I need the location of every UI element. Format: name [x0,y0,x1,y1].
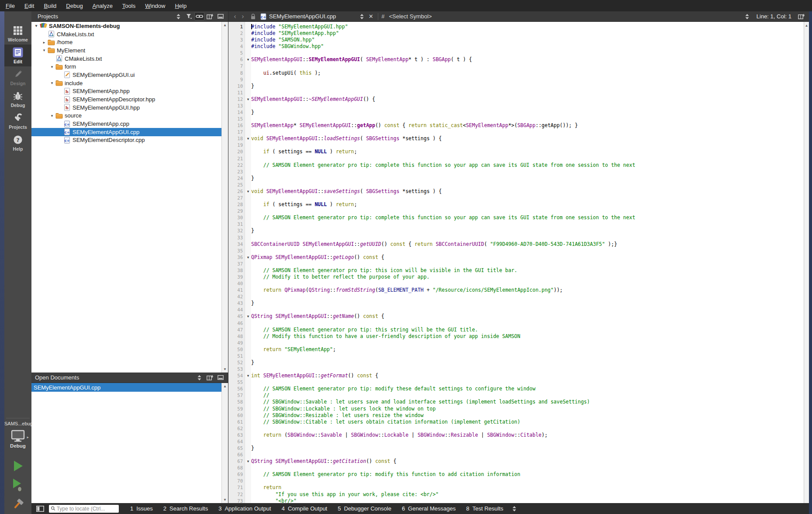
code-line-58[interactable]: 58 // SBGWindow::Savable : let users sav… [228,399,809,405]
tree-item-form[interactable]: ▾form [31,62,228,71]
tree-scrollbar[interactable]: ▲ ▼ [221,22,228,373]
build-button[interactable] [4,497,31,512]
debug-run-button[interactable] [4,478,31,492]
code-line-51[interactable]: 51 [228,353,809,359]
menu-build[interactable]: Build [39,3,61,9]
code-line-70[interactable]: 70 [228,478,809,484]
code-line-52[interactable]: 52} [228,359,809,366]
mode-welcome-button[interactable]: Welcome [4,23,31,45]
go-back-icon[interactable]: ‹ [231,13,239,21]
fold-marker-icon[interactable]: ▼ [245,254,251,261]
split-editor-icon[interactable] [796,12,806,21]
code-line-59[interactable]: 59 // SBGWindow::Lockable : let users lo… [228,406,809,412]
tree-item-cmakelists-txt[interactable]: CMakeLists.txt [31,30,228,38]
code-line-49[interactable]: 49 [228,340,809,346]
code-line-35[interactable]: 35 [228,248,809,254]
tree-item--home[interactable]: ▸/home [31,38,228,46]
code-editor[interactable]: 1#include "SEMyElementAppGUI.hpp"2#inclu… [228,22,809,503]
code-line-8[interactable]: 8 ui.setupUi( this ); [228,70,809,76]
tree-item-semyelementapp-cpp[interactable]: c+SEMyElementApp.cpp [31,120,228,128]
tree-item-semyelementappdescriptor-hpp[interactable]: hSEMyElementAppDescriptor.hpp [31,95,228,103]
code-line-30[interactable]: 30 // SAMSON Element generator pro tip: … [228,214,809,221]
code-line-53[interactable]: 53 [228,366,809,373]
code-line-21[interactable]: 21 [228,155,809,162]
code-line-45[interactable]: 45▼QString SEMyElementAppGUI::getName() … [228,313,809,320]
code-line-25[interactable]: 25 [228,182,809,188]
code-line-67[interactable]: 67▼QString SEMyElementAppGUI::getCitatio… [228,458,809,465]
code-line-44[interactable]: 44 [228,307,809,313]
menu-file[interactable]: File [1,3,20,9]
editor-scrollbar[interactable]: ▲ [804,22,809,503]
code-line-27[interactable]: 27 [228,195,809,201]
tree-item-semyelementapp-hpp[interactable]: hSEMyElementApp.hpp [31,87,228,96]
menu-edit[interactable]: Edit [20,3,39,9]
code-line-13[interactable]: 13 [228,103,809,109]
code-line-72[interactable]: 72 "If you use this app in your work, pl… [228,491,809,498]
output-pane-application-output[interactable]: 3Application Output [213,505,276,512]
output-pane-dropdown-icon[interactable] [509,504,519,513]
code-line-20[interactable]: 20 if ( settings == NULL ) return; [228,148,809,155]
output-pane-compile-output[interactable]: 4Compile Output [276,505,333,512]
code-line-22[interactable]: 22 // SAMSON Element generator pro tip: … [228,162,809,169]
locator-input[interactable] [56,505,117,512]
fold-marker-icon[interactable]: ▼ [245,373,251,379]
line-col-dropdown-icon[interactable] [742,12,752,21]
code-line-69[interactable]: 69 // SAMSON Element generator pro tip: … [228,471,809,478]
code-line-17[interactable]: 17 [228,129,809,135]
scroll-down-icon[interactable]: ▼ [222,366,228,372]
code-line-36[interactable]: 36▼QPixmap SEMyElementAppGUI::getLogo() … [228,254,809,261]
code-line-12[interactable]: 12▼SEMyElementAppGUI::~SEMyElementAppGUI… [228,96,809,103]
link-with-editor-icon[interactable] [194,12,204,21]
sort-icon[interactable] [173,12,183,21]
code-line-38[interactable]: 38 // SAMSON Element generator pro tip: … [228,267,809,274]
code-line-39[interactable]: 39 // Modify it to better reflect the pu… [228,274,809,280]
expand-arrow-icon[interactable]: ▾ [41,48,47,52]
code-line-47[interactable]: 47 // SAMSON Element generator pro tip: … [228,327,809,333]
close-document-icon[interactable]: ✕ [367,13,375,20]
code-line-71[interactable]: 71 return [228,484,809,491]
code-line-64[interactable]: 64 [228,438,809,445]
fold-marker-icon[interactable]: ▼ [245,458,251,465]
fold-marker-icon[interactable]: ▼ [245,188,251,195]
tree-item-semyelementdescriptor-cpp[interactable]: c+SEMyElementDescriptor.cpp [31,136,228,145]
split-add-icon[interactable] [205,373,215,382]
fold-marker-icon[interactable]: ▼ [245,313,251,320]
build-target-selector[interactable]: ▸ Debug [4,430,31,448]
tree-item-samson-elements-debug[interactable]: ▾SAMSON-Elements-debug [31,22,228,30]
code-line-65[interactable]: 65} [228,445,809,452]
menu-analyze[interactable]: Analyze [88,3,117,9]
menu-debug[interactable]: Debug [61,3,87,9]
menu-help[interactable]: Help [170,3,191,9]
scroll-up-icon[interactable]: ▲ [222,383,228,389]
menu-tools[interactable]: Tools [117,3,140,9]
code-line-28[interactable]: 28 if ( settings == NULL ) return; [228,201,809,208]
code-line-66[interactable]: 66 [228,452,809,458]
code-line-62[interactable]: 62 [228,425,809,432]
tree-item-semyelementappgui-cpp[interactable]: c+SEMyElementAppGUI.cpp [31,128,228,136]
code-line-18[interactable]: 18▼void SEMyElementAppGUI::loadSettings(… [228,135,809,142]
code-line-46[interactable]: 46 [228,320,809,327]
expand-arrow-icon[interactable]: ▾ [49,81,55,85]
code-line-54[interactable]: 54▼int SEMyElementAppGUI::getFormat() co… [228,373,809,379]
output-pane-search-results[interactable]: 2Search Results [158,505,213,512]
scroll-down-icon[interactable]: ▼ [222,497,228,503]
run-button[interactable] [4,459,31,473]
code-line-50[interactable]: 50 return "SEMyElementApp"; [228,346,809,353]
fold-marker-icon[interactable]: ▼ [245,56,251,63]
code-line-33[interactable]: 33 [228,235,809,241]
mode-projects-button[interactable]: Projects [4,110,31,132]
code-line-24[interactable]: 24} [228,175,809,182]
code-line-61[interactable]: 61 // SBGWindow::Citable : let users obt… [228,419,809,425]
open-file-name[interactable]: SEMyElementAppGUI.cpp [269,13,336,20]
toggle-sidebar-icon[interactable] [36,505,45,512]
split-add-icon[interactable] [205,12,215,21]
output-pane-issues[interactable]: 1Issues [125,505,158,512]
expand-arrow-icon[interactable]: ▾ [49,114,55,118]
code-line-41[interactable]: 41 return QPixmap(QString::fromStdString… [228,287,809,293]
code-line-60[interactable]: 60 // SBGWindow::Resizable : let users r… [228,412,809,419]
tree-item-include[interactable]: ▾include [31,79,228,87]
code-line-55[interactable]: 55 [228,379,809,386]
code-line-10[interactable]: 10} [228,83,809,90]
minimize-panel-icon[interactable] [215,12,225,21]
document-dropdown-icon[interactable] [357,12,367,21]
